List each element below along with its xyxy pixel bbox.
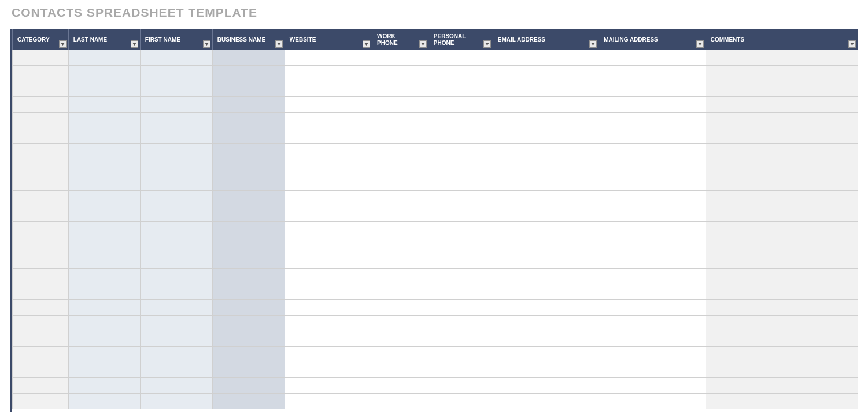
cell-mailing_address[interactable] bbox=[599, 206, 706, 222]
cell-work_phone[interactable] bbox=[372, 300, 429, 316]
cell-website[interactable] bbox=[285, 50, 372, 66]
cell-comments[interactable] bbox=[706, 144, 858, 159]
cell-email_address[interactable] bbox=[493, 144, 599, 159]
filter-dropdown-icon[interactable] bbox=[696, 40, 704, 48]
cell-category[interactable] bbox=[13, 159, 69, 175]
cell-first_name[interactable] bbox=[140, 331, 212, 347]
cell-comments[interactable] bbox=[706, 113, 858, 128]
cell-personal_phone[interactable] bbox=[429, 269, 493, 284]
cell-first_name[interactable] bbox=[140, 50, 212, 66]
cell-work_phone[interactable] bbox=[372, 175, 429, 191]
cell-category[interactable] bbox=[13, 284, 69, 300]
cell-work_phone[interactable] bbox=[372, 97, 429, 113]
cell-personal_phone[interactable] bbox=[429, 222, 493, 237]
cell-category[interactable] bbox=[13, 206, 69, 222]
cell-comments[interactable] bbox=[706, 378, 858, 394]
cell-business_name[interactable] bbox=[212, 81, 285, 97]
cell-mailing_address[interactable] bbox=[599, 222, 706, 237]
cell-work_phone[interactable] bbox=[372, 159, 429, 175]
cell-business_name[interactable] bbox=[212, 300, 285, 316]
cell-website[interactable] bbox=[285, 144, 372, 159]
cell-mailing_address[interactable] bbox=[599, 237, 706, 253]
cell-personal_phone[interactable] bbox=[429, 144, 493, 159]
cell-comments[interactable] bbox=[706, 269, 858, 284]
cell-email_address[interactable] bbox=[493, 347, 599, 362]
cell-personal_phone[interactable] bbox=[429, 66, 493, 81]
cell-email_address[interactable] bbox=[493, 316, 599, 331]
cell-mailing_address[interactable] bbox=[599, 331, 706, 347]
cell-work_phone[interactable] bbox=[372, 394, 429, 409]
cell-mailing_address[interactable] bbox=[599, 50, 706, 66]
cell-personal_phone[interactable] bbox=[429, 175, 493, 191]
cell-category[interactable] bbox=[13, 253, 69, 269]
cell-website[interactable] bbox=[285, 394, 372, 409]
cell-personal_phone[interactable] bbox=[429, 316, 493, 331]
cell-mailing_address[interactable] bbox=[599, 97, 706, 113]
cell-personal_phone[interactable] bbox=[429, 50, 493, 66]
cell-last_name[interactable] bbox=[68, 394, 140, 409]
cell-first_name[interactable] bbox=[140, 128, 212, 144]
column-header-website[interactable]: WEBSITE bbox=[285, 29, 372, 50]
cell-mailing_address[interactable] bbox=[599, 253, 706, 269]
column-header-work_phone[interactable]: WORK PHONE bbox=[372, 29, 429, 50]
cell-first_name[interactable] bbox=[140, 378, 212, 394]
cell-business_name[interactable] bbox=[212, 362, 285, 378]
column-header-comments[interactable]: COMMENTS bbox=[706, 29, 858, 50]
cell-last_name[interactable] bbox=[68, 269, 140, 284]
cell-business_name[interactable] bbox=[212, 222, 285, 237]
cell-category[interactable] bbox=[13, 347, 69, 362]
cell-comments[interactable] bbox=[706, 191, 858, 206]
cell-last_name[interactable] bbox=[68, 300, 140, 316]
cell-last_name[interactable] bbox=[68, 66, 140, 81]
cell-work_phone[interactable] bbox=[372, 50, 429, 66]
cell-category[interactable] bbox=[13, 300, 69, 316]
column-header-mailing_address[interactable]: MAILING ADDRESS bbox=[599, 29, 706, 50]
cell-work_phone[interactable] bbox=[372, 66, 429, 81]
cell-personal_phone[interactable] bbox=[429, 300, 493, 316]
cell-last_name[interactable] bbox=[68, 175, 140, 191]
cell-email_address[interactable] bbox=[493, 237, 599, 253]
cell-email_address[interactable] bbox=[493, 253, 599, 269]
cell-personal_phone[interactable] bbox=[429, 97, 493, 113]
cell-first_name[interactable] bbox=[140, 191, 212, 206]
cell-first_name[interactable] bbox=[140, 144, 212, 159]
cell-email_address[interactable] bbox=[493, 81, 599, 97]
cell-personal_phone[interactable] bbox=[429, 237, 493, 253]
cell-email_address[interactable] bbox=[493, 331, 599, 347]
cell-category[interactable] bbox=[13, 362, 69, 378]
cell-personal_phone[interactable] bbox=[429, 113, 493, 128]
cell-website[interactable] bbox=[285, 362, 372, 378]
cell-comments[interactable] bbox=[706, 316, 858, 331]
cell-personal_phone[interactable] bbox=[429, 378, 493, 394]
cell-category[interactable] bbox=[13, 66, 69, 81]
cell-mailing_address[interactable] bbox=[599, 378, 706, 394]
cell-work_phone[interactable] bbox=[372, 316, 429, 331]
column-header-personal_phone[interactable]: PERSONAL PHONE bbox=[429, 29, 493, 50]
cell-website[interactable] bbox=[285, 253, 372, 269]
cell-last_name[interactable] bbox=[68, 50, 140, 66]
cell-mailing_address[interactable] bbox=[599, 128, 706, 144]
cell-last_name[interactable] bbox=[68, 362, 140, 378]
cell-category[interactable] bbox=[13, 394, 69, 409]
cell-first_name[interactable] bbox=[140, 222, 212, 237]
cell-last_name[interactable] bbox=[68, 206, 140, 222]
cell-comments[interactable] bbox=[706, 222, 858, 237]
cell-last_name[interactable] bbox=[68, 128, 140, 144]
cell-first_name[interactable] bbox=[140, 300, 212, 316]
filter-dropdown-icon[interactable] bbox=[848, 40, 856, 48]
cell-work_phone[interactable] bbox=[372, 284, 429, 300]
cell-business_name[interactable] bbox=[212, 237, 285, 253]
cell-email_address[interactable] bbox=[493, 362, 599, 378]
cell-first_name[interactable] bbox=[140, 362, 212, 378]
cell-work_phone[interactable] bbox=[372, 128, 429, 144]
cell-first_name[interactable] bbox=[140, 237, 212, 253]
cell-business_name[interactable] bbox=[212, 316, 285, 331]
cell-email_address[interactable] bbox=[493, 269, 599, 284]
cell-mailing_address[interactable] bbox=[599, 113, 706, 128]
cell-email_address[interactable] bbox=[493, 284, 599, 300]
cell-mailing_address[interactable] bbox=[599, 66, 706, 81]
cell-website[interactable] bbox=[285, 159, 372, 175]
cell-website[interactable] bbox=[285, 81, 372, 97]
cell-comments[interactable] bbox=[706, 66, 858, 81]
cell-website[interactable] bbox=[285, 191, 372, 206]
